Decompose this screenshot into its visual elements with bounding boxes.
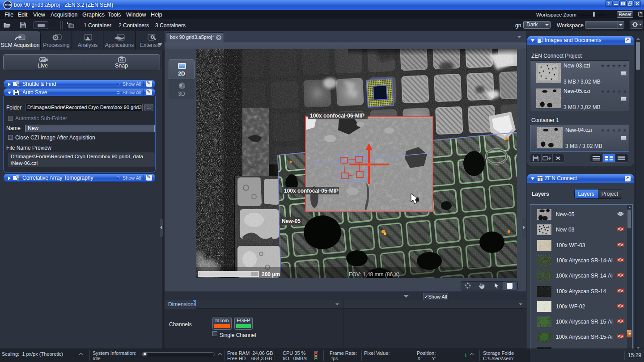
svg-text:FOV: 1,48 mm (86 X): FOV: 1,48 mm (86 X) (349, 271, 400, 278)
svg-text:100x confocal-06-MIP: 100x confocal-06-MIP (310, 113, 364, 119)
svg-text:New-05: New-05 (282, 218, 301, 224)
svg-text:200 µm: 200 µm (262, 271, 280, 278)
svg-text:100x confocal-05-MIP: 100x confocal-05-MIP (284, 188, 339, 194)
